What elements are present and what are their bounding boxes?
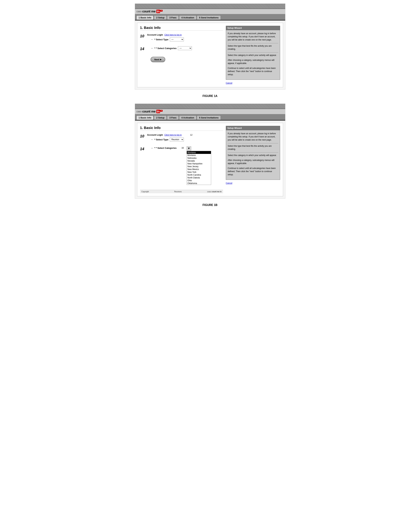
select-type-dropdown-1b[interactable]: Reunion — [170, 138, 184, 141]
select-type-row-1a: → * Select Type — — [147, 38, 223, 41]
wizard-body-1b: If you already have an account, please l… — [226, 130, 280, 180]
wizard-text-1-1b: If you already have an account, please l… — [228, 132, 278, 141]
dropdown-item-north-carolina-1b[interactable]: North Carolina — [187, 173, 211, 176]
arrow-select-type-1a: → — [150, 38, 153, 41]
logo-area-1b: ⊡⊞⊟ count me in™ — [135, 109, 285, 115]
select-categories-label-1b: * Select Categories — [154, 147, 176, 149]
logo-area-1a: ⊡⊞⊟ count me in™ — [135, 9, 285, 14]
select-categories-dropdown-1a[interactable]: — — [178, 46, 192, 50]
tab-fees-1b[interactable]: 3 Fees — [167, 116, 179, 120]
dropdown-item-montana-selected-1b[interactable]: Montana — [187, 151, 211, 154]
select-categories-row-1a: → * Select Categories — — [147, 46, 223, 50]
wizard-text-1-1a: If you already have an account, please l… — [228, 32, 278, 41]
figure-separator — [135, 98, 285, 104]
account-login-row-1a: Account Login Click here to log in — [147, 33, 223, 36]
wizard-text-2-1b: Select the type that best fits the activ… — [228, 144, 278, 151]
select-type-label-1a: * Select Type — [154, 38, 168, 41]
wizard-text-5-1b: Continue to select until all subcategori… — [228, 167, 278, 176]
tab-send-invitations-1b[interactable]: 5 Send Invitations — [197, 116, 221, 120]
logo-small-1b: ⊡⊞⊟ count me in — [207, 191, 222, 193]
next-button-1a[interactable]: Next — [150, 57, 165, 62]
step-number-10-1b: 10 — [140, 134, 144, 139]
figure-caption-1b: FIGURE 1B — [135, 202, 285, 207]
logo-text-1b: count me in™ — [142, 110, 163, 113]
logo-text-1a: count me in™ — [142, 10, 163, 13]
step-number-14-1a: 14 — [140, 47, 144, 51]
content-area-1b: 1. Basic Info 10 Account Login Click her… — [137, 123, 283, 196]
account-login-link-1a[interactable]: Click here to log in — [164, 34, 182, 36]
select-type-dropdown-1a[interactable]: — — [170, 38, 184, 41]
dropdown-container-1b: ▼ Montana Montana Nebraska Nevada New Ha… — [187, 146, 211, 185]
dropdown-arrow-btn-1b[interactable]: ▼ — [187, 146, 191, 151]
wizard-text-5-1a: Continue to select until all subcategori… — [228, 67, 278, 76]
wizard-text-4-1b: After choosing a category, subcategory m… — [228, 159, 278, 165]
cancel-link-1b[interactable]: Cancel — [226, 182, 280, 184]
account-login-link-1b[interactable]: Click here to log in — [164, 134, 182, 136]
dropdown-item-north-dakota-1b[interactable]: North Dakota — [187, 176, 211, 179]
logo-span-1a: in — [156, 10, 160, 13]
form-group-step14-1a: 14 → * Select Categories — — [140, 46, 223, 52]
logo-icons-1b: ⊡⊞⊟ — [136, 110, 142, 113]
right-panel-1b: Setup Wizard If you already have an acco… — [226, 126, 280, 193]
copyright-bar-1b: Copyright Reunions ⊡⊞⊟ count me in — [140, 190, 223, 193]
select-type-row-1b: → * Select Type Reunion — [147, 138, 223, 141]
form-fields-step14-1b: → * Select Categories 16 ▼ Montana Monta… — [147, 146, 223, 186]
wizard-text-2-1a: Select the type that best fits the activ… — [228, 44, 278, 51]
section-title-1a: 1. Basic Info — [140, 26, 223, 31]
tab-setup-1a[interactable]: 2 Setup — [154, 16, 167, 20]
dropdown-item-oklahoma-1b[interactable]: Oklahoma — [187, 182, 211, 185]
form-fields-step10-1b: Account Login Click here to log in 12 → … — [147, 133, 223, 143]
tab-basic-info-1a[interactable]: 1 Basic Info — [136, 16, 154, 20]
dropdown-item-montana-1b[interactable]: Montana — [187, 154, 211, 157]
form-group-step14-1b: 14 → * Select Categories 16 ▼ Montana Mo — [140, 146, 223, 186]
section-title-1b: 1. Basic Info — [140, 126, 223, 131]
logo-tm-1a: ™ — [160, 10, 163, 12]
cancel-link-1a[interactable]: Cancel — [226, 82, 280, 84]
nav-tabs-1b: 1 Basic Info 2 Setup 3 Fees 4 Activation… — [135, 115, 285, 120]
dropdown-item-new-hampshire-1b[interactable]: New Hampshire — [187, 162, 211, 165]
dropdown-item-nevada-1b[interactable]: Nevada — [187, 160, 211, 162]
arrow-select-type-1b: → — [150, 138, 153, 141]
account-login-label-1b: Account Login — [147, 133, 163, 136]
wizard-title-1b: Setup Wizard — [226, 126, 280, 130]
logo-icons-1a: ⊡⊞⊟ — [136, 10, 142, 13]
dropdown-item-new-york-1b[interactable]: New York — [187, 171, 211, 173]
step-number-14-1b: 14 — [140, 147, 144, 151]
dropdown-item-new-mexico-1b[interactable]: New Mexico — [187, 168, 211, 171]
logo-tm-1b: ™ — [160, 110, 163, 112]
account-login-label-1a: Account Login — [147, 33, 163, 36]
left-panel-1a: 1. Basic Info 10 Account Login Click her… — [140, 26, 223, 84]
tab-fees-1a[interactable]: 3 Fees — [167, 16, 179, 20]
dropdown-list-1b: Montana Montana Nebraska Nevada New Hamp… — [187, 151, 211, 185]
reunions-label-1b: Reunions — [174, 191, 181, 193]
form-group-step10-1a: 10 Account Login Click here to log in → … — [140, 33, 223, 43]
wizard-body-1a: If you already have an account, please l… — [226, 30, 280, 80]
tab-basic-info-1b[interactable]: 1 Basic Info — [136, 116, 154, 120]
header-texture-1a — [135, 4, 285, 9]
tab-activation-1a[interactable]: 4 Activation — [179, 16, 196, 20]
logo-span-1b: in — [156, 110, 160, 113]
wizard-text-4-1a: After choosing a category, subcategory m… — [228, 59, 278, 65]
form-group-step10-1b: 10 Account Login Click here to log in 12… — [140, 133, 223, 143]
figure-1a: ⊡⊞⊟ count me in™ 1 Basic Info 2 Setup 3 … — [135, 3, 285, 90]
tab-setup-1b[interactable]: 2 Setup — [154, 116, 167, 120]
nav-tab-strip-1a — [135, 20, 285, 21]
nav-tabs-1a: 1 Basic Info 2 Setup 3 Fees 4 Activation… — [135, 14, 285, 20]
form-fields-step10-1a: Account Login Click here to log in → * S… — [147, 33, 223, 43]
nav-tab-strip-1b — [135, 120, 285, 121]
header-texture-1b — [135, 104, 285, 109]
tab-send-invitations-1a[interactable]: 5 Send Invitations — [197, 16, 221, 20]
left-panel-1b: 1. Basic Info 10 Account Login Click her… — [140, 126, 223, 193]
wizard-text-3-1b: Select the category in which your activi… — [228, 154, 278, 157]
account-login-row-1b: Account Login Click here to log in 12 — [147, 133, 223, 136]
right-panel-1a: Setup Wizard If you already have an acco… — [226, 26, 280, 84]
select-type-label-1b: * Select Type — [154, 138, 168, 141]
dropdown-item-ohio-1b[interactable]: Ohio — [187, 179, 211, 182]
arrow-categories-1a: → — [150, 47, 153, 50]
dropdown-item-new-jersey-1b[interactable]: New Jersey — [187, 165, 211, 168]
ref-12-1b: 12 — [190, 134, 192, 136]
arrow-categories-1b: → — [150, 147, 153, 149]
tab-activation-1b[interactable]: 4 Activation — [179, 116, 196, 120]
content-area-1a: 1. Basic Info 10 Account Login Click her… — [137, 23, 283, 87]
dropdown-item-nebraska-1b[interactable]: Nebraska — [187, 157, 211, 160]
